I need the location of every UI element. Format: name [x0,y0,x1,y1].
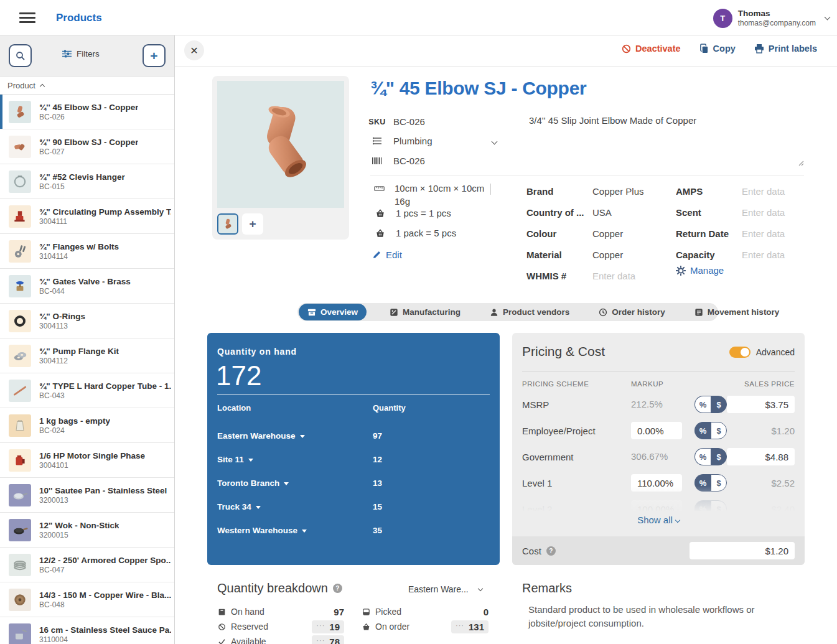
tab-manufacturing[interactable]: Manufacturing [383,304,467,320]
uom-value[interactable]: 1 pack = 5 pcs [396,228,456,238]
product-name: ¾" #52 Clevis Hanger [39,172,125,182]
field-value[interactable]: Enter data [742,228,785,239]
edit-button[interactable]: Edit [373,250,402,260]
list-item[interactable]: ¾'' 45 Elbow SJ - CopperBC-026 [0,95,174,129]
sales-price-input[interactable]: $3.75 [727,396,795,413]
dollar-option[interactable]: $ [711,500,727,511]
breakdown-label: Available [231,637,312,644]
location-dropdown[interactable]: Eastern Warehouse [217,431,373,441]
dollar-option[interactable]: $ [711,448,727,465]
cost-value[interactable]: $1.20 [690,542,795,559]
advanced-toggle[interactable]: Advanced [729,347,795,358]
page-title[interactable]: Products [56,12,102,24]
list-item[interactable]: ¾" TYPE L Hard Copper Tube - 1...BC-043 [0,373,174,408]
field-value[interactable]: USA [592,207,612,218]
dimensions-value[interactable]: 10cm × 10cm × 10cm [395,183,484,194]
breakdown-editable-value[interactable]: ···78 [312,635,344,644]
field-value[interactable]: Copper Plus [592,186,644,197]
filters-button[interactable]: Filters [62,49,100,58]
deactivate-button[interactable]: Deactivate [622,44,681,54]
list-item[interactable]: ¾" O-Rings3004113 [0,304,174,338]
field-value[interactable]: Copper [592,228,623,239]
location-dropdown[interactable]: Western Warehouse [217,526,373,535]
user-menu[interactable]: T Thomas thomas@company.com [713,6,830,30]
list-item[interactable]: ¾" Flanges w/ Bolts3104114 [0,234,174,269]
list-item[interactable]: ¾" Pump Flange Kit3004112 [0,338,174,373]
quantity-card-title: Quantity on hand [217,347,297,357]
markup-input[interactable]: 0.00% [631,422,682,439]
percent-dollar-toggle[interactable]: %$ [694,396,727,413]
field-value[interactable]: Enter data [742,186,785,197]
list-item[interactable]: ¾" #52 Clevis HangerBC-015 [0,164,174,199]
tab-movement-history[interactable]: Movement history [688,304,786,320]
field-value[interactable]: Copper [592,250,623,260]
copy-label: Copy [713,44,736,54]
breakdown-editable-value[interactable]: ···19 [312,620,344,633]
dollar-option[interactable]: $ [711,474,727,492]
sales-price-value: $2.52 [771,478,795,488]
barcode-value[interactable]: BC-026 [393,156,425,166]
list-item[interactable]: ¾'' 90 Elbow SJ - CopperBC-027 [0,129,174,164]
breakdown-editable-value[interactable]: ···131 [451,620,489,633]
list-item[interactable]: 12/2 - 250' Armored Copper Spo...BC-047 [0,548,174,582]
uom-value[interactable]: 1 pcs = 1 pcs [396,208,451,218]
resize-handle[interactable] [798,160,804,166]
hamburger-menu-icon[interactable] [19,12,35,23]
tab-overview[interactable]: Overview [299,304,367,320]
field-value[interactable]: Enter data [742,207,785,218]
list-item[interactable]: 10'' Sautee Pan - Stainless Steel3200013 [0,478,174,513]
dollar-option[interactable]: $ [711,422,727,439]
print-labels-button[interactable]: Print labels [754,44,817,54]
list-item[interactable]: ¾" Gates Valve - BrassBC-044 [0,269,174,304]
list-item[interactable]: 14/3 - 150 M - Copper Wire - Bla...BC-04… [0,582,174,617]
copy-button[interactable]: Copy [699,44,736,54]
help-icon[interactable]: ? [546,546,556,556]
percent-option[interactable]: % [694,500,711,511]
tab-order-history[interactable]: Order history [592,304,671,320]
hanger-icon [9,170,31,193]
field-value[interactable]: Enter data [742,250,785,260]
sales-price-input[interactable]: $4.88 [727,448,795,465]
search-button[interactable] [9,44,32,67]
field-value[interactable]: Enter data [592,271,635,281]
markup-input[interactable]: 110.00% [631,474,682,492]
sku-value[interactable]: BC-026 [393,116,425,127]
cost-input[interactable]: $1.20 [690,542,795,559]
dollar-option[interactable]: $ [711,396,727,413]
percent-dollar-toggle[interactable]: %$ [694,422,727,439]
list-item[interactable]: 1 kg bags - emptyBC-024 [0,408,174,443]
percent-dollar-toggle[interactable]: %$ [694,500,727,511]
show-all-button[interactable]: Show all [512,515,805,525]
category-select[interactable]: Plumbing [370,136,433,146]
list-item[interactable]: 16 cm - Stainless Steel Sauce Pa...31100… [0,617,174,644]
location-dropdown[interactable]: Truck 34 [217,502,373,511]
remarks-field[interactable]: Standard product to be used in wholesale… [528,603,810,630]
markup-input[interactable]: 100.00% [631,500,682,511]
quantity-table-rows: Eastern Warehouse97Site 1112Toronto Bran… [217,424,490,542]
add-product-button[interactable]: + [143,44,166,67]
markup-value: 306.67% [631,451,668,462]
product-column-header[interactable]: Product [0,77,174,95]
percent-dollar-toggle[interactable]: %$ [694,474,727,492]
list-item[interactable]: ¾" Circulating Pump Assembly T...3004111 [0,199,174,234]
percent-option[interactable]: % [694,448,711,465]
add-image-button[interactable]: + [242,213,263,235]
location-dropdown[interactable]: Toronto Branch [217,478,373,488]
breakdown-location-filter[interactable]: Eastern Ware... [408,584,482,594]
image-thumbnail-selected[interactable] [217,213,238,235]
weight-value[interactable]: 16g [395,196,410,207]
location-dropdown[interactable]: Site 11 [217,455,373,464]
description-field[interactable]: 3/4'' 45 Slip Joint Elbow Made of Copper [529,115,804,166]
percent-dollar-toggle[interactable]: %$ [694,448,727,465]
percent-option[interactable]: % [694,396,711,413]
close-icon: ✕ [190,45,198,57]
tab-product-vendors[interactable]: Product vendors [484,304,576,320]
manage-fields-button[interactable]: Manage [676,265,724,276]
close-button[interactable]: ✕ [184,40,204,60]
help-icon[interactable]: ? [333,584,342,593]
breakdown-value: 78 [329,637,340,644]
percent-option[interactable]: % [694,474,711,492]
list-item[interactable]: 12" Wok - Non-Stick3200015 [0,513,174,548]
percent-option[interactable]: % [694,422,711,439]
list-item[interactable]: 1/6 HP Motor Single Phase3004101 [0,443,174,478]
